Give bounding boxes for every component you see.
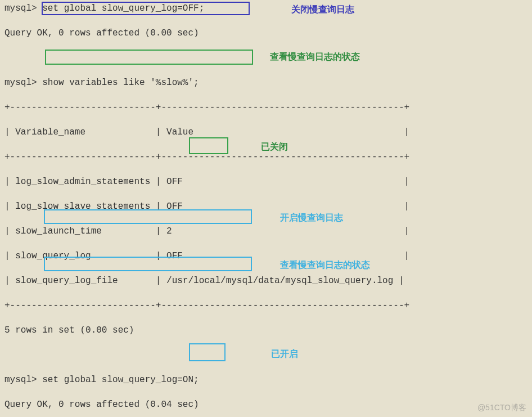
table-border: +---------------------------+-----------… [4,151,528,163]
table-row: | slow_query_log | OFF | [4,250,528,262]
response-ok: Query OK, 0 rows affected (0.00 sec) [4,27,528,39]
cmd-text: show variables like '%slow%'; [42,78,199,88]
prompt: mysql> [4,375,37,385]
watermark: @51CTO博客 [477,401,526,414]
table-border: +---------------------------+-----------… [4,299,528,312]
result-rows: 5 rows in set (0.00 sec) [4,324,528,337]
table-row: | slow_launch_time | 2 | [4,225,528,237]
table-row: | log_slow_slave_statements | OFF | [4,200,528,213]
table-border: +---------------------------+-----------… [4,101,528,114]
response-ok: Query OK, 0 rows affected (0.04 sec) [4,398,528,411]
prompt: mysql> [4,78,37,88]
blank [4,349,528,361]
prompt: mysql> [4,3,37,14]
cmd-text: set global slow_query_log=ON; [42,375,199,385]
table-row: | slow_query_log_file | /usr/local/mysql… [4,275,528,287]
cmd-line-set-off: mysql> set global slow_query_log=OFF; [4,2,528,15]
table-header: | Variable_name | Value | [4,126,528,138]
terminal-output: mysql> set global slow_query_log=OFF; Qu… [4,2,528,417]
blank [4,52,528,64]
cmd-line-set-on: mysql> set global slow_query_log=ON; [4,374,528,386]
cmd-text: set global slow_query_log=OFF; [42,3,204,14]
cmd-line-show1: mysql> show variables like '%slow%'; [4,77,528,89]
table-row: | log_slow_admin_statements | OFF | [4,176,528,188]
